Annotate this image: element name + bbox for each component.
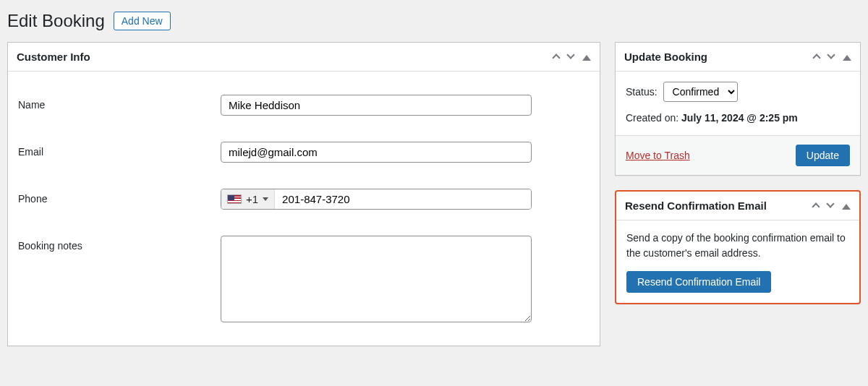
email-label: Email bbox=[18, 142, 221, 158]
update-booking-box: Update Booking Status: Confirmed Created… bbox=[615, 42, 861, 176]
caret-down-icon bbox=[263, 197, 268, 201]
phone-input[interactable] bbox=[275, 189, 531, 209]
us-flag-icon bbox=[227, 194, 242, 204]
add-new-button[interactable]: Add New bbox=[114, 12, 171, 30]
move-down-icon[interactable] bbox=[828, 52, 834, 62]
phone-label: Phone bbox=[18, 189, 221, 205]
resend-confirmation-button[interactable]: Resend Confirmation Email bbox=[626, 271, 771, 293]
email-input[interactable] bbox=[221, 142, 532, 163]
phone-country-code: +1 bbox=[246, 193, 258, 205]
customer-info-heading: Customer Info bbox=[17, 51, 90, 63]
page-title: Edit Booking bbox=[7, 11, 105, 31]
resend-confirmation-box: Resend Confirmation Email Send a copy of… bbox=[615, 190, 861, 304]
move-up-icon[interactable] bbox=[814, 52, 820, 62]
move-to-trash-link[interactable]: Move to Trash bbox=[626, 150, 690, 161]
status-label: Status: bbox=[626, 86, 658, 98]
created-on-label: Created on: bbox=[626, 112, 678, 124]
notes-textarea[interactable] bbox=[221, 236, 532, 322]
update-button[interactable]: Update bbox=[796, 145, 850, 166]
move-up-icon[interactable] bbox=[813, 201, 819, 211]
phone-country-selector[interactable]: +1 bbox=[221, 189, 275, 209]
notes-label: Booking notes bbox=[18, 236, 221, 252]
resend-heading: Resend Confirmation Email bbox=[625, 200, 767, 212]
resend-description: Send a copy of the booking confirmation … bbox=[626, 231, 849, 261]
created-on-value: July 11, 2024 @ 2:25 pm bbox=[681, 112, 798, 124]
move-down-icon[interactable] bbox=[827, 201, 833, 211]
name-input[interactable] bbox=[221, 95, 532, 116]
update-booking-heading: Update Booking bbox=[624, 51, 707, 63]
move-down-icon[interactable] bbox=[568, 52, 574, 62]
toggle-collapse-icon[interactable] bbox=[582, 52, 591, 62]
name-label: Name bbox=[18, 95, 221, 111]
toggle-collapse-icon[interactable] bbox=[843, 52, 851, 62]
toggle-collapse-icon[interactable] bbox=[842, 201, 851, 211]
customer-info-box: Customer Info Name Email Phone bbox=[7, 42, 600, 346]
move-up-icon[interactable] bbox=[553, 52, 559, 62]
status-select[interactable]: Confirmed bbox=[663, 82, 738, 102]
